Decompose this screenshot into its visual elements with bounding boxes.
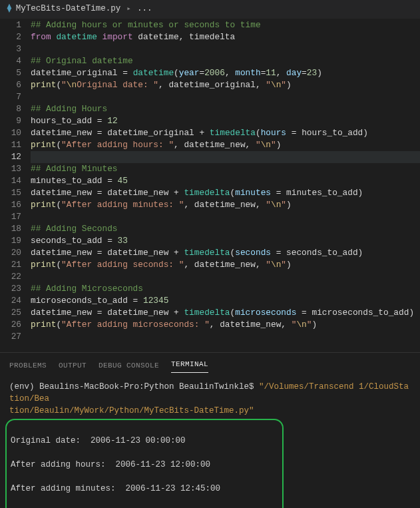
code-area[interactable]: ## Adding hours or minutes or seconds to…: [31, 19, 420, 352]
breadcrumb-filename[interactable]: MyTecBits-DateTime.py: [16, 3, 121, 15]
terminal-output-line: After adding hours: 2006-11-23 12:00:00: [11, 459, 277, 471]
line-number: 1: [0, 19, 21, 31]
terminal-prompt: (env) Beaulins-MacBook-Pro:Python Beauli…: [9, 382, 259, 391]
code-line[interactable]: minutes_to_add = 45: [31, 175, 420, 187]
code-line[interactable]: hours_to_add = 12: [31, 115, 420, 127]
line-number: 24: [0, 295, 21, 307]
code-line[interactable]: datetime_new = datetime_new + timedelta(…: [31, 247, 420, 259]
panel-tab-terminal[interactable]: TERMINAL: [171, 358, 208, 373]
line-number: 11: [0, 139, 21, 151]
code-line[interactable]: [31, 151, 420, 163]
panel-tab-problems[interactable]: PROBLEMS: [9, 360, 47, 372]
terminal-output-line: [11, 447, 277, 459]
breadcrumb: ⧫ MyTecBits-DateTime.py ▸ ...: [0, 0, 420, 19]
code-line[interactable]: ## Adding Minutes: [31, 163, 420, 175]
code-line[interactable]: datetime_original = datetime(year=2006, …: [31, 67, 420, 79]
line-number-gutter: 1234567891011121314151617181920212223242…: [0, 19, 31, 352]
panel-tab-output[interactable]: OUTPUT: [59, 360, 87, 372]
code-line[interactable]: ## Adding hours or minutes or seconds to…: [31, 19, 420, 31]
terminal-command-cont: tion/Beaulin/MyWork/Python/MyTecBits-Dat…: [9, 406, 254, 415]
terminal-output-line: [11, 471, 277, 483]
line-number: 10: [0, 127, 21, 139]
line-number: 26: [0, 319, 21, 331]
code-line[interactable]: ## Adding Hours: [31, 103, 420, 115]
code-line[interactable]: [31, 331, 420, 343]
terminal-output-highlight: Original date: 2006-11-23 00:00:00 After…: [5, 419, 284, 508]
line-number: 14: [0, 175, 21, 187]
line-number: 20: [0, 247, 21, 259]
code-line[interactable]: [31, 271, 420, 283]
code-line[interactable]: microseconds_to_add = 12345: [31, 295, 420, 307]
line-number: 12: [0, 151, 21, 163]
line-number: 22: [0, 271, 21, 283]
code-editor[interactable]: 1234567891011121314151617181920212223242…: [0, 19, 420, 352]
terminal-panel[interactable]: (env) Beaulins-MacBook-Pro:Python Beauli…: [0, 377, 420, 508]
line-number: 2: [0, 31, 21, 43]
line-number: 19: [0, 235, 21, 247]
line-number: 3: [0, 43, 21, 55]
code-line[interactable]: from datetime import datetime, timedelta: [31, 31, 420, 43]
panel-tabs: PROBLEMSOUTPUTDEBUG CONSOLETERMINAL: [0, 352, 420, 377]
breadcrumb-ellipsis[interactable]: ...: [137, 3, 152, 15]
line-number: 16: [0, 199, 21, 211]
code-line[interactable]: ## Adding Seconds: [31, 223, 420, 235]
code-line[interactable]: [31, 211, 420, 223]
line-number: 9: [0, 115, 21, 127]
code-line[interactable]: [31, 91, 420, 103]
code-line[interactable]: [31, 43, 420, 55]
code-line[interactable]: print("After adding microseconds: ", dat…: [31, 319, 420, 331]
line-number: 17: [0, 211, 21, 223]
line-number: 4: [0, 55, 21, 67]
line-number: 8: [0, 103, 21, 115]
code-line[interactable]: datetime_new = datetime_new + timedelta(…: [31, 187, 420, 199]
code-line[interactable]: print("\nOriginal date: ", datetime_orig…: [31, 79, 420, 91]
code-line[interactable]: ## Original datetime: [31, 55, 420, 67]
line-number: 18: [0, 223, 21, 235]
line-number: 23: [0, 283, 21, 295]
chevron-right-icon: ▸: [126, 3, 131, 15]
terminal-output-line: After adding minutes: 2006-11-23 12:45:0…: [11, 483, 277, 495]
code-line[interactable]: ## Adding Microseconds: [31, 283, 420, 295]
panel-tab-debug-console[interactable]: DEBUG CONSOLE: [99, 360, 159, 372]
terminal-output-line: [11, 495, 277, 507]
code-line[interactable]: datetime_new = datetime_original + timed…: [31, 127, 420, 139]
line-number: 25: [0, 307, 21, 319]
terminal-output-line: [11, 423, 277, 435]
code-line[interactable]: print("After adding hours: ", datetime_n…: [31, 139, 420, 151]
terminal-output-line: Original date: 2006-11-23 00:00:00: [11, 435, 277, 447]
code-line[interactable]: print("After adding seconds: ", datetime…: [31, 259, 420, 271]
line-number: 21: [0, 259, 21, 271]
line-number: 15: [0, 187, 21, 199]
line-number: 27: [0, 331, 21, 343]
code-line[interactable]: seconds_to_add = 33: [31, 235, 420, 247]
code-line[interactable]: datetime_new = datetime_new + timedelta(…: [31, 307, 420, 319]
line-number: 13: [0, 163, 21, 175]
line-number: 6: [0, 79, 21, 91]
line-number: 5: [0, 67, 21, 79]
code-line[interactable]: print("After adding minutes: ", datetime…: [31, 199, 420, 211]
python-file-icon: ⧫: [7, 3, 12, 15]
line-number: 7: [0, 91, 21, 103]
